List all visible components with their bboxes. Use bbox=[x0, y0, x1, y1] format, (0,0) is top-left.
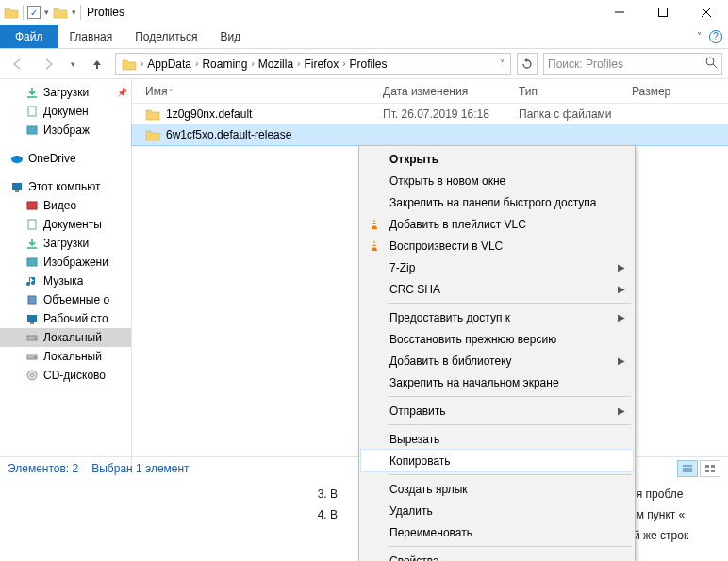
submenu-arrow-icon: ▶ bbox=[618, 405, 625, 416]
file-tab[interactable]: Файл bbox=[0, 25, 58, 48]
breadcrumb-item[interactable]: Mozilla bbox=[255, 58, 297, 71]
column-header-date[interactable]: Дата изменения bbox=[373, 85, 509, 98]
file-row[interactable]: 1z0g90nx.default Пт. 26.07.2019 16:18 Па… bbox=[132, 104, 728, 124]
download-icon bbox=[25, 236, 40, 251]
nav-forward-button[interactable] bbox=[36, 52, 60, 76]
context-item[interactable]: Закрепить на панели быстрого доступа bbox=[361, 191, 633, 213]
status-selection: Выбран 1 элемент bbox=[91, 462, 189, 475]
column-header-size[interactable]: Размер bbox=[622, 85, 728, 98]
nav-back-button[interactable] bbox=[6, 52, 30, 76]
tree-item[interactable]: Документы bbox=[0, 215, 131, 234]
search-input[interactable]: Поиск: Profiles bbox=[543, 53, 722, 75]
tree-item[interactable]: Музыка bbox=[0, 272, 131, 290]
svg-rect-28 bbox=[705, 465, 709, 468]
context-item[interactable]: Свойства bbox=[361, 550, 633, 561]
download-icon bbox=[25, 85, 40, 100]
qat-dropdown2-icon[interactable]: ▾ bbox=[72, 8, 76, 17]
minimize-button[interactable] bbox=[598, 0, 641, 25]
address-dropdown-icon[interactable]: ˅ bbox=[496, 58, 508, 69]
column-header-name[interactable]: Имя˄ bbox=[132, 85, 373, 98]
submenu-arrow-icon: ▶ bbox=[618, 312, 625, 322]
svg-rect-15 bbox=[27, 258, 37, 266]
column-header-row: Имя˄ Дата изменения Тип Размер bbox=[132, 79, 728, 104]
context-item[interactable]: Открыть в новом окне bbox=[361, 170, 633, 191]
context-item[interactable]: Предоставить доступ к▶ bbox=[361, 306, 633, 328]
tree-item[interactable]: Локальный bbox=[0, 328, 131, 347]
context-item[interactable]: Отправить▶ bbox=[361, 400, 633, 421]
ribbon-expand-icon[interactable]: ˅ bbox=[697, 31, 702, 41]
svg-rect-7 bbox=[28, 107, 36, 116]
context-item[interactable]: CRC SHA▶ bbox=[361, 278, 633, 300]
view-details-button[interactable] bbox=[677, 460, 698, 477]
tree-item[interactable]: Изображени bbox=[0, 253, 131, 272]
breadcrumb-item[interactable]: Roaming bbox=[198, 58, 251, 71]
vlc-icon bbox=[367, 239, 382, 254]
file-name: 1z0g90nx.default bbox=[166, 107, 252, 121]
context-item[interactable]: Копировать bbox=[361, 450, 633, 471]
tree-item-images[interactable]: Изображ bbox=[0, 121, 131, 140]
context-item[interactable]: Создать ярлык bbox=[361, 478, 633, 500]
nav-up-button[interactable] bbox=[85, 52, 109, 76]
context-item[interactable]: Закрепить на начальном экране bbox=[361, 371, 633, 393]
context-item[interactable]: Добавить в библиотеку▶ bbox=[361, 350, 633, 371]
tree-item-thispc[interactable]: Этот компьют bbox=[0, 177, 131, 196]
svg-rect-16 bbox=[28, 296, 36, 304]
nav-history-dropdown[interactable]: ▾ bbox=[66, 52, 79, 76]
column-header-type[interactable]: Тип bbox=[509, 85, 622, 98]
tree-item-onedrive[interactable]: OneDrive bbox=[0, 149, 131, 168]
submenu-arrow-icon: ▶ bbox=[618, 262, 625, 272]
tree-item[interactable]: Объемные о bbox=[0, 290, 131, 309]
tree-item[interactable]: CD-дисково bbox=[0, 366, 131, 385]
context-item[interactable]: Восстановить прежнюю версию bbox=[361, 328, 633, 350]
refresh-button[interactable] bbox=[517, 53, 538, 75]
svg-rect-12 bbox=[27, 202, 37, 209]
svg-rect-29 bbox=[711, 465, 715, 468]
context-item[interactable]: Удалить bbox=[361, 500, 633, 521]
tree-item[interactable]: Загрузки bbox=[0, 234, 131, 253]
tab-home[interactable]: Главная bbox=[58, 25, 124, 48]
qat-checkbox-icon[interactable]: ✓ bbox=[27, 6, 41, 19]
tree-item-downloads[interactable]: Загрузки 📌 bbox=[0, 83, 131, 102]
breadcrumb-item[interactable]: AppData bbox=[143, 58, 195, 71]
svg-rect-34 bbox=[372, 243, 376, 245]
submenu-arrow-icon: ▶ bbox=[618, 284, 625, 294]
desktop-icon bbox=[25, 311, 40, 326]
breadcrumb-item[interactable]: Profiles bbox=[345, 58, 390, 71]
context-separator bbox=[388, 396, 631, 397]
context-item[interactable]: Воспроизвести в VLC bbox=[361, 235, 633, 256]
tree-item[interactable]: Видео bbox=[0, 196, 131, 215]
tree-item[interactable]: Рабочий сто bbox=[0, 309, 131, 328]
3d-icon bbox=[25, 292, 40, 307]
navigation-tree[interactable]: Загрузки 📌 Докумен Изображ OneDrive Этот… bbox=[0, 79, 132, 475]
search-placeholder: Поиск: Profiles bbox=[548, 58, 705, 71]
svg-rect-30 bbox=[705, 470, 709, 472]
tab-share[interactable]: Поделиться bbox=[124, 25, 208, 48]
breadcrumb[interactable]: › AppData › Roaming › Mozilla › Firefox … bbox=[115, 53, 511, 75]
folder-icon bbox=[145, 107, 160, 122]
doc-icon bbox=[25, 217, 40, 232]
drive-icon bbox=[25, 330, 40, 345]
svg-rect-18 bbox=[30, 322, 34, 324]
view-icons-button[interactable] bbox=[700, 460, 720, 477]
tab-view[interactable]: Вид bbox=[208, 25, 252, 48]
svg-line-5 bbox=[713, 64, 717, 68]
ribbon: Файл Главная Поделиться Вид ˅ ? bbox=[0, 25, 728, 49]
ribbon-help-icon[interactable]: ? bbox=[709, 30, 722, 43]
close-button[interactable] bbox=[685, 0, 728, 25]
search-icon[interactable] bbox=[705, 57, 718, 72]
tree-item[interactable]: Локальный bbox=[0, 347, 131, 366]
context-item[interactable]: Добавить в плейлист VLC bbox=[361, 213, 633, 235]
sort-indicator-icon: ˄ bbox=[169, 88, 174, 97]
context-separator bbox=[388, 424, 631, 425]
context-item[interactable]: Вырезать bbox=[361, 428, 633, 450]
breadcrumb-root-icon[interactable] bbox=[118, 57, 141, 72]
context-menu[interactable]: ОткрытьОткрыть в новом окнеЗакрепить на … bbox=[358, 145, 636, 561]
context-item[interactable]: Открыть bbox=[361, 148, 633, 170]
tree-item-documents[interactable]: Докумен bbox=[0, 102, 131, 121]
qat-dropdown-icon[interactable]: ▾ bbox=[44, 8, 49, 17]
file-row-selected[interactable]: 6w1cf5xo.default-release bbox=[132, 124, 728, 145]
context-item[interactable]: Переименовать bbox=[361, 521, 633, 543]
breadcrumb-item[interactable]: Firefox bbox=[300, 58, 342, 71]
context-item[interactable]: 7-Zip▶ bbox=[361, 256, 633, 278]
maximize-button[interactable] bbox=[641, 0, 685, 25]
